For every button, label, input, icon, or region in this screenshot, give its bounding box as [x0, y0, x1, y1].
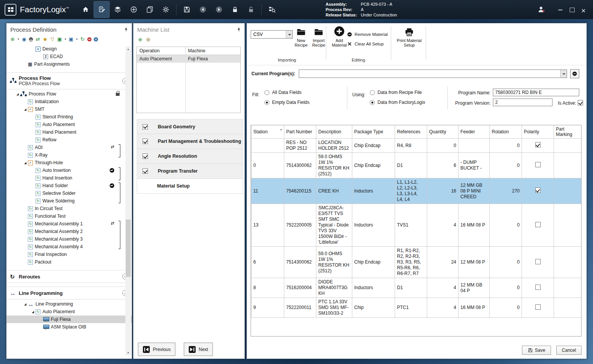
tree-item-mechanical-assembly-1[interactable]: ↻Mechanical Assembly 1: [6, 220, 132, 228]
radio-all-data-fields[interactable]: All Data Fields: [264, 87, 309, 97]
tree-item-hand-placement[interactable]: ↻Hand Placement: [6, 128, 132, 136]
tree-item-process-flow[interactable]: ◢Process Flow: [6, 90, 132, 98]
toolbar-import-icon[interactable]: ▣: [68, 36, 74, 42]
machine-row[interactable]: Auto Placement Fuji Flexa: [137, 55, 240, 63]
toolbar-add-icon[interactable]: ⊕: [137, 37, 143, 43]
save-button[interactable]: [179, 2, 194, 18]
expander-icon[interactable]: ◢: [15, 92, 20, 96]
material-row[interactable]: 0751430006259.0 OHMS 1W 1% RESISTOR KH (…: [251, 153, 582, 178]
polarity-checkbox[interactable]: [535, 259, 541, 264]
toolbar-flask-icon[interactable]: ▽: [49, 36, 55, 42]
material-row[interactable]: 137522200005SMCJ28CA-E3/57T TVS SMT SMC …: [251, 204, 582, 247]
section-tab-part-management-troubleshooting[interactable]: Part Management & Troubleshooting: [137, 134, 243, 149]
navigator-button[interactable]: [126, 2, 141, 18]
format-select[interactable]: CSV: [251, 30, 293, 39]
close-button[interactable]: [581, 7, 586, 12]
documents-button[interactable]: [142, 2, 157, 18]
expander-icon[interactable]: ◢: [23, 108, 28, 111]
polarity-checkbox[interactable]: [535, 162, 541, 167]
tree-item-final-inspection[interactable]: ↻Final Inspection: [6, 251, 132, 258]
material-row[interactable]: 97522200011PTC 1.1A 33V SMD SM1 MF-SM100…: [251, 298, 582, 318]
tree-item-part-assignments[interactable]: ▦Part Assignments: [6, 60, 132, 68]
tree-item-through-hole[interactable]: ◢✓Through-Hole: [6, 159, 132, 167]
is-active-checkbox[interactable]: [578, 100, 583, 105]
polarity-checkbox[interactable]: [535, 304, 541, 310]
tree-item-hand-solder[interactable]: ↻Hand Solder: [6, 182, 132, 189]
section-tab-program-transfer[interactable]: Program Transfer: [137, 164, 243, 179]
previous-button[interactable]: Previous: [138, 343, 175, 356]
scroll-up-icon[interactable]: [125, 46, 131, 52]
section-checkbox[interactable]: [143, 168, 148, 174]
tree-item-auto-placement[interactable]: ↻Auto Placement: [6, 121, 132, 128]
column-header-operation[interactable]: Operation: [137, 47, 185, 55]
column-header-references[interactable]: References: [395, 125, 427, 139]
tree-item-ecad[interactable]: ZECAD: [6, 53, 132, 60]
tree-item-hand-insertion[interactable]: ↻Hand Insertion: [6, 174, 132, 182]
tree-item-reflow[interactable]: ↻Reflow: [6, 136, 132, 144]
tree-item-line-programming[interactable]: ◢Line Programming: [6, 300, 132, 308]
remove-material-button[interactable]: Remove Material: [347, 32, 388, 37]
new-recipe-button[interactable]: New Recipe: [292, 27, 310, 47]
maximize-button[interactable]: [569, 7, 575, 12]
unlock-button[interactable]: [243, 2, 259, 18]
toolbar-export-caret-icon[interactable]: ▾: [64, 36, 67, 42]
tree-item-mechanical-assembly-4[interactable]: ↻Mechanical Assembly 4: [6, 243, 132, 251]
forward-button[interactable]: [211, 2, 227, 18]
toolbar-approve-icon[interactable]: ↻: [79, 36, 86, 42]
tree-item-wave-soldering[interactable]: ↻Wave Soldering: [6, 197, 132, 205]
vertical-scrollbar[interactable]: [125, 46, 131, 356]
dropdown-caret-icon[interactable]: [560, 70, 567, 78]
toolbar-user-icon[interactable]: ☻: [42, 36, 48, 42]
back-button[interactable]: [195, 2, 211, 18]
material-row[interactable]: RES - NO POP 2512LOCATION HOLDER 2512Chi…: [251, 139, 582, 153]
column-header-part-marking[interactable]: Part Marking: [554, 125, 582, 139]
column-header-machine[interactable]: Machine: [185, 47, 240, 55]
toolbar-compare-icon[interactable]: ⇄: [35, 36, 41, 42]
toolbar-remove-icon[interactable]: [87, 37, 92, 42]
section-checkbox[interactable]: [143, 154, 148, 159]
section-checkbox[interactable]: [143, 139, 148, 144]
column-header-quantity[interactable]: Quantity: [427, 125, 459, 139]
program-version-input[interactable]: [493, 99, 552, 106]
print-material-setup-button[interactable]: Print Material Setup: [395, 27, 423, 47]
tree-item-initialization[interactable]: ↻Initialization: [6, 98, 132, 105]
column-header-description[interactable]: Description: [316, 125, 352, 139]
polarity-checkbox[interactable]: [535, 142, 541, 147]
material-row[interactable]: 6751430006259.0 OHMS 1W 1% RESISTOR KH (…: [251, 247, 582, 278]
polarity-checkbox[interactable]: [535, 188, 541, 193]
tree-item-smt[interactable]: ◢✓SMT: [6, 105, 132, 113]
expander-icon[interactable]: ◢: [30, 310, 36, 314]
tree-item-in-circuit-test[interactable]: ↻In Circuit Test: [6, 205, 132, 212]
radio-data-from-factorylogix[interactable]: Data from FactoryLogix: [370, 97, 425, 107]
tree-item-aoi[interactable]: ↻AOI: [6, 144, 132, 151]
polarity-checkbox[interactable]: [535, 285, 541, 290]
reroutes-section-header[interactable]: Reroutes: [6, 270, 132, 283]
expander-icon[interactable]: ◢: [23, 161, 28, 165]
tree-item-selective-solder[interactable]: ↻Selective Solder: [6, 189, 132, 197]
tree-item-auto-insertion[interactable]: ↻Auto Insertion: [6, 167, 132, 174]
column-header-rotation[interactable]: Rotation: [490, 125, 522, 139]
current-programs-select[interactable]: [299, 70, 567, 78]
toolbar-import-caret-icon[interactable]: ▾: [75, 36, 78, 42]
toolbar-link-icon[interactable]: ◉: [21, 36, 27, 42]
tree-item-mechanical-assembly-3[interactable]: ↻Mechanical Assembly 3: [6, 235, 132, 243]
section-tab-angle-resolution[interactable]: Angle Resolution: [137, 149, 243, 164]
pin-icon[interactable]: [123, 27, 129, 32]
scrollbar-thumb[interactable]: [126, 220, 131, 277]
scroll-down-icon[interactable]: [125, 350, 131, 356]
lock-button[interactable]: [227, 2, 243, 18]
radio-empty-data-fields[interactable]: Empty Data Fields: [264, 97, 309, 107]
toolbar-add-caret-icon[interactable]: ▾: [17, 36, 20, 42]
expander-icon[interactable]: ◢: [23, 303, 28, 306]
toolbar-print-icon[interactable]: [28, 37, 34, 42]
column-header-station[interactable]: Station: [251, 125, 284, 139]
tree-item-asm-siplace-oib[interactable]: ASM Siplace OIB: [6, 323, 132, 331]
minimize-button[interactable]: [558, 7, 563, 12]
remove-program-button[interactable]: [570, 69, 579, 78]
column-header-feeder[interactable]: Feeder: [459, 125, 490, 139]
process-layers-button[interactable]: [110, 2, 125, 18]
column-header-package-type[interactable]: Package Type: [352, 125, 395, 139]
process-flow-section-header[interactable]: Process Flow PCBA Process Flow: [6, 72, 132, 89]
tree-item-fuji-flexa[interactable]: Fuji Flexa: [6, 315, 132, 323]
tree-item-mechanical-assembly-2[interactable]: ↻Mechanical Assembly 2: [6, 228, 132, 235]
